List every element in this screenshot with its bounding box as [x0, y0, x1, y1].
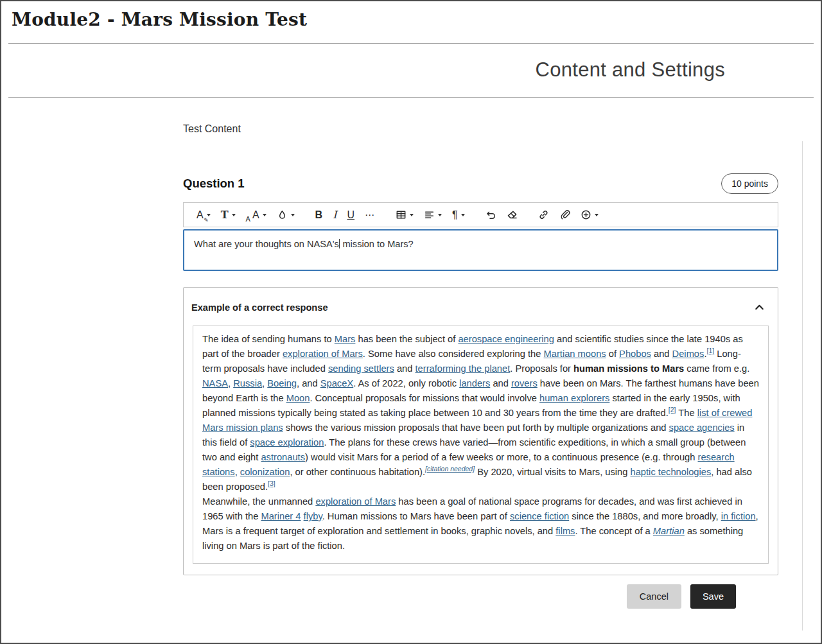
save-button[interactable]: Save — [690, 584, 736, 609]
content-link[interactable]: in fiction — [721, 511, 756, 521]
chevron-down-icon — [410, 214, 414, 216]
more-formatting-button[interactable]: ⋯ — [362, 206, 378, 224]
content-link[interactable]: science fiction — [510, 511, 569, 521]
underline-button[interactable]: U — [344, 206, 358, 224]
cancel-button[interactable]: Cancel — [627, 584, 681, 609]
example-response-header[interactable]: Example of a correct response — [184, 288, 778, 326]
content-link[interactable]: terraforming the planet — [415, 363, 511, 374]
toolbar-group-insert — [533, 206, 604, 224]
chevron-down-icon — [207, 214, 211, 216]
footer-actions: Cancel Save — [183, 575, 778, 609]
question-text-after-caret: mission to Mars? — [340, 239, 413, 249]
subheader: Content and Settings — [1, 44, 821, 97]
content-link[interactable]: space exploration — [250, 437, 324, 448]
text-style-icon: A — [197, 210, 204, 220]
question-text-input[interactable]: What are your thoughts on NASA's mission… — [183, 229, 778, 271]
toolbar-group-format: B I U ⋯ — [310, 206, 380, 224]
example-response-title: Example of a correct response — [191, 302, 328, 313]
alignment-button[interactable] — [421, 206, 445, 224]
section-title: Content and Settings — [1, 58, 725, 82]
ink-drop-icon — [277, 209, 288, 220]
eraser-icon — [507, 209, 518, 220]
panel-right-edge — [802, 141, 803, 631]
paragraph-style-button[interactable]: ¶ — [449, 206, 468, 224]
example-response-text: The idea of sending humans to Mars has b… — [193, 326, 769, 564]
divider — [8, 97, 814, 98]
highlight-color-button[interactable] — [274, 206, 298, 224]
attach-file-button[interactable] — [556, 206, 573, 224]
content-link[interactable]: [1] — [706, 347, 714, 354]
pen-icon: ✎ — [204, 218, 209, 223]
undo-icon — [485, 209, 496, 220]
content-link[interactable]: exploration of Mars — [315, 496, 396, 507]
title-bar: Module2 - Mars Mission Test — [1, 1, 821, 43]
content-link[interactable]: colonization — [240, 467, 290, 477]
rich-text-editor: A ✎ T A A — [183, 202, 778, 271]
content-link[interactable]: films — [555, 526, 575, 536]
content-link[interactable]: rovers — [511, 378, 538, 388]
chevron-down-icon — [461, 214, 465, 216]
content-link[interactable]: Mariner 4 — [261, 511, 301, 521]
paperclip-icon — [559, 209, 570, 220]
content-link[interactable]: Phobos — [619, 349, 651, 359]
example-paragraph: The idea of sending humans to Mars has b… — [202, 332, 759, 494]
text-style-button[interactable]: A ✎ — [193, 206, 214, 224]
font-size-small-icon: A — [246, 216, 250, 223]
content-link[interactable]: Moon — [286, 393, 310, 403]
insert-link-button[interactable] — [535, 206, 552, 224]
remove-formatting-button[interactable] — [503, 206, 521, 224]
question-text-before-caret: What are your thoughts on NASA's — [194, 239, 339, 249]
content-link[interactable]: Deimos — [672, 349, 704, 359]
question-title: Question 1 — [183, 177, 245, 191]
collapse-section-button[interactable] — [752, 300, 767, 315]
table-icon — [396, 209, 407, 220]
align-left-icon — [424, 209, 435, 220]
link-icon — [538, 209, 549, 220]
content-link[interactable]: Martian moons — [544, 349, 606, 359]
content-link[interactable]: aerospace engineering — [458, 334, 554, 344]
content-link[interactable]: sending settlers — [328, 363, 394, 374]
page-title: Module2 - Mars Mission Test — [12, 9, 810, 30]
content-link[interactable]: Boeing — [267, 378, 297, 388]
content-link[interactable]: haptic technologies — [631, 467, 712, 477]
chevron-up-icon — [753, 301, 765, 313]
content-link[interactable]: Martian — [653, 526, 685, 536]
points-badge[interactable]: 10 points — [721, 173, 778, 194]
pilcrow-icon: ¶ — [452, 210, 458, 220]
content-link[interactable]: astronauts — [261, 452, 305, 462]
table-button[interactable] — [392, 206, 417, 224]
content-link[interactable]: flyby — [304, 511, 322, 521]
font-family-button[interactable]: T — [218, 206, 239, 224]
content-link[interactable]: space agencies — [669, 422, 735, 433]
insert-content-button[interactable] — [577, 206, 602, 224]
toolbar-group-structure: ¶ — [390, 206, 470, 224]
ellipsis-icon: ⋯ — [365, 210, 375, 220]
font-size-icon: A — [252, 210, 259, 220]
chevron-down-icon — [291, 214, 295, 216]
font-size-button[interactable]: A A — [243, 206, 270, 224]
italic-button[interactable]: I — [329, 206, 340, 224]
test-content-label: Test Content — [183, 123, 778, 135]
italic-icon: I — [333, 210, 337, 220]
bold-button[interactable]: B — [312, 206, 326, 224]
editor-toolbar: A ✎ T A A — [183, 202, 778, 227]
content-link[interactable]: NASA — [202, 378, 228, 388]
content-link[interactable]: [2] — [669, 406, 676, 413]
content-link[interactable]: Mars — [335, 334, 356, 344]
content-link[interactable]: human explorers — [539, 393, 609, 403]
content-link[interactable]: exploration of Mars — [283, 349, 363, 359]
plus-circle-icon — [581, 209, 591, 220]
example-paragraph: Meanwhile, the unmanned exploration of M… — [202, 494, 759, 553]
content-link[interactable]: SpaceX — [320, 378, 353, 388]
chevron-down-icon — [263, 214, 267, 216]
chevron-down-icon — [438, 214, 442, 216]
content-link[interactable]: Russia — [233, 378, 262, 388]
bold-icon: B — [315, 210, 323, 220]
chevron-down-icon — [595, 214, 599, 216]
content-link[interactable]: landers — [459, 378, 490, 388]
undo-button[interactable] — [482, 206, 500, 224]
main-panel: Test Content Question 1 10 points A ✎ T — [1, 123, 821, 609]
content-link[interactable]: [citation needed] — [425, 465, 475, 473]
test-editor-page: Module2 - Mars Mission Test Content and … — [0, 0, 822, 644]
content-link[interactable]: [3] — [268, 480, 275, 487]
